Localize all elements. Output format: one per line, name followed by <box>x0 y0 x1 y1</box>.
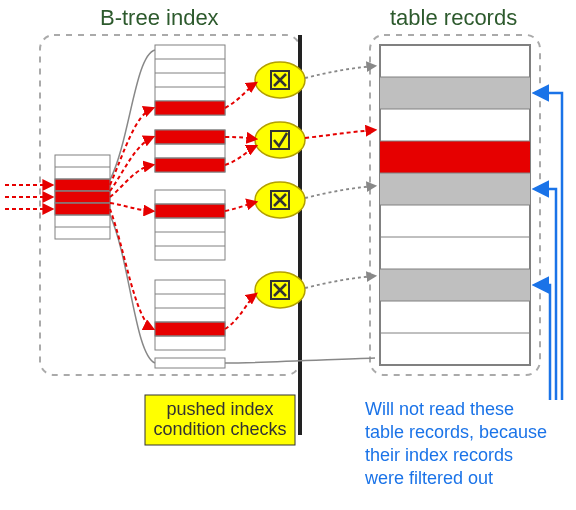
check-to-table <box>305 186 375 198</box>
tree-edge-active <box>110 209 153 329</box>
tree-edge <box>110 50 155 180</box>
note-line: their index records <box>365 445 513 465</box>
leaf-to-check <box>225 83 256 108</box>
note-line: Will not read these <box>365 399 514 419</box>
leaf-sliver <box>155 358 225 368</box>
check-to-table <box>305 276 375 288</box>
check-node-fail <box>255 62 305 98</box>
svg-point-35 <box>255 122 305 158</box>
check-node-fail <box>255 182 305 218</box>
tree-edge-active <box>110 108 153 185</box>
diagram-canvas: B-tree index table records <box>0 0 576 510</box>
svg-rect-43 <box>380 141 530 173</box>
svg-rect-42 <box>380 77 530 109</box>
check-node-fail <box>255 272 305 308</box>
btree-title: B-tree index <box>100 5 219 30</box>
root-node <box>55 155 110 239</box>
svg-rect-22 <box>155 204 225 218</box>
svg-rect-45 <box>380 269 530 301</box>
check-to-table-pass <box>305 130 375 138</box>
note-line: were filtered out <box>364 468 493 488</box>
svg-rect-28 <box>155 322 225 336</box>
leaf-to-check <box>225 294 256 329</box>
check-to-table <box>305 66 375 78</box>
svg-rect-44 <box>380 173 530 205</box>
leaf-to-check <box>225 137 256 139</box>
svg-rect-2 <box>55 191 110 203</box>
svg-rect-27 <box>155 280 225 350</box>
svg-rect-15 <box>155 101 225 115</box>
svg-rect-18 <box>155 158 225 172</box>
check-node-pass <box>255 122 305 158</box>
caption-line1: pushed index <box>166 399 273 419</box>
table-records <box>380 45 530 365</box>
leaf-to-check <box>225 202 256 211</box>
caption-line2: condition checks <box>153 419 286 439</box>
leaf-block <box>155 280 225 350</box>
tree-edge-active <box>110 203 153 211</box>
note-arrow <box>535 285 550 400</box>
svg-rect-21 <box>155 190 225 260</box>
svg-rect-3 <box>55 203 110 215</box>
note-line: table records, because <box>365 422 547 442</box>
svg-rect-17 <box>155 130 225 144</box>
leaf-to-check <box>225 146 256 165</box>
leaf-block <box>155 190 225 260</box>
tree-edge <box>110 215 155 363</box>
leaf-block <box>155 130 225 172</box>
svg-rect-1 <box>55 179 110 191</box>
leaf-block <box>155 45 225 115</box>
table-title: table records <box>390 5 517 30</box>
